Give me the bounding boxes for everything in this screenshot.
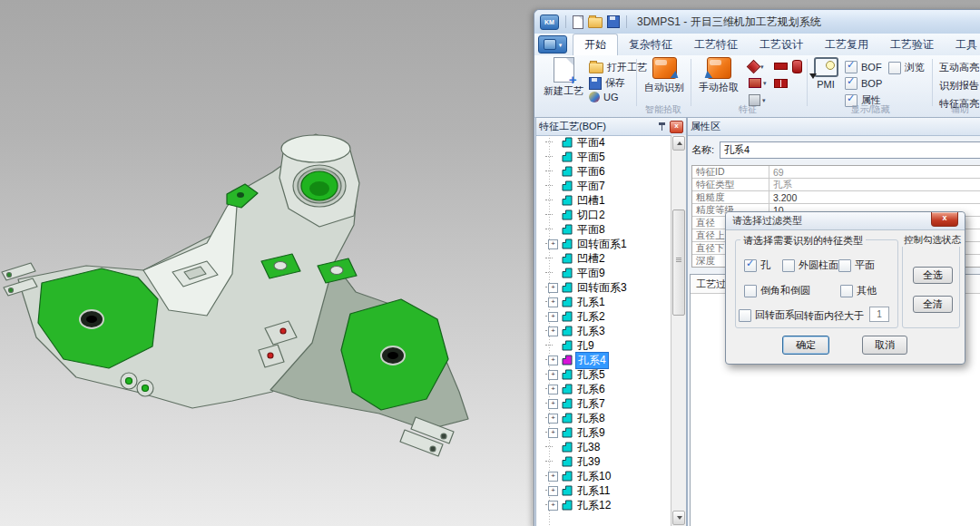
checkbox[interactable] — [739, 309, 751, 322]
tree-item[interactable]: +孔系6 — [536, 382, 671, 396]
revolve-face-checkbox[interactable]: 回转面系 — [739, 308, 795, 322]
recognition-report-button[interactable]: 识别报告 — [939, 79, 979, 93]
clear-all-button[interactable]: 全清 — [913, 296, 953, 313]
scroll-down-button[interactable] — [672, 511, 685, 525]
feature-hole-button[interactable]: ▾ — [749, 62, 764, 72]
pin-icon[interactable] — [658, 122, 666, 132]
tree-item[interactable]: +切口2 — [536, 208, 671, 222]
pmi-button[interactable]: PMI — [810, 57, 841, 90]
open-folder-icon[interactable] — [588, 17, 603, 28]
tree-scrollbar[interactable] — [671, 135, 686, 526]
tree-item[interactable]: +平面7 — [536, 179, 671, 193]
property-row[interactable]: 粗糙度3.200 — [692, 191, 980, 204]
feature-pair-button[interactable] — [774, 79, 788, 88]
expander-icon[interactable]: + — [548, 283, 558, 293]
tree-item[interactable]: +平面5 — [536, 150, 671, 164]
scroll-thumb[interactable] — [672, 209, 685, 316]
checkbox[interactable] — [845, 77, 858, 90]
expander-icon[interactable]: + — [548, 501, 558, 511]
checkbox[interactable] — [782, 259, 795, 272]
tree-item[interactable]: +凹槽2 — [536, 251, 671, 266]
checkbox[interactable] — [744, 259, 757, 272]
checkbox[interactable] — [838, 259, 851, 272]
checkbox[interactable] — [888, 62, 901, 74]
expander-icon[interactable]: + — [548, 486, 558, 496]
ok-button[interactable]: 确定 — [782, 336, 829, 355]
tab-4[interactable]: 工艺复用 — [814, 34, 879, 55]
expander-icon[interactable]: + — [548, 297, 558, 307]
dialog-close-button[interactable]: x — [931, 212, 958, 227]
cancel-button[interactable]: 取消 — [862, 336, 907, 355]
ug-button[interactable]: UG — [589, 92, 619, 102]
new-file-icon[interactable] — [573, 15, 583, 29]
tab-5[interactable]: 工艺验证 — [879, 34, 945, 55]
checkbox[interactable] — [845, 61, 858, 73]
expander-icon[interactable]: + — [548, 312, 558, 322]
tree-item[interactable]: +回转面系3 — [536, 280, 671, 295]
tree-item[interactable]: +孔系3 — [536, 324, 671, 338]
browse-checkbox[interactable]: 浏览 — [888, 61, 925, 74]
tree-item[interactable]: +凹槽1 — [536, 193, 671, 208]
tree-item[interactable]: +孔系11 — [536, 483, 671, 498]
feature-cylinder-button[interactable] — [792, 60, 802, 73]
application-menu-button[interactable]: ▾ — [538, 35, 567, 54]
tree-item[interactable]: +孔38 — [536, 440, 671, 454]
manual-pick-button[interactable]: 手动拾取 — [694, 57, 743, 94]
interactive-highlight-button[interactable]: 互动高亮 — [939, 61, 979, 74]
tree-item[interactable]: +孔系1 — [536, 295, 671, 309]
new-process-button[interactable]: 新建工艺 — [540, 57, 587, 98]
tree-item[interactable]: +孔系10 — [536, 469, 671, 483]
expander-icon[interactable]: + — [548, 385, 558, 394]
bop-checkbox[interactable]: BOP — [845, 77, 882, 90]
plane-checkbox[interactable]: 平面 — [838, 258, 875, 272]
save-button[interactable]: 保存 — [589, 76, 625, 90]
tree-item[interactable]: +平面4 — [536, 135, 671, 150]
tree-item[interactable]: +孔系9 — [536, 425, 671, 440]
tab-1[interactable]: 复杂特征 — [618, 34, 683, 55]
tree-item[interactable]: +平面9 — [536, 266, 671, 280]
expander-icon[interactable]: + — [548, 356, 558, 365]
bof-checkbox[interactable]: BOF — [845, 61, 882, 73]
name-field[interactable]: 孔系4 — [720, 141, 980, 159]
property-row[interactable]: 特征类型孔系 — [692, 179, 980, 191]
hole-checkbox[interactable]: 孔 — [744, 258, 770, 272]
tab-2[interactable]: 工艺特征 — [683, 34, 749, 55]
tree-item[interactable]: +孔系12 — [536, 498, 671, 512]
outer-cylinder-checkbox[interactable]: 外圆柱面 — [782, 258, 838, 272]
tree-item[interactable]: +孔系5 — [536, 367, 671, 382]
expander-icon[interactable]: + — [548, 239, 558, 249]
scroll-up-button[interactable] — [672, 136, 685, 151]
expander-icon[interactable]: + — [548, 370, 558, 380]
expander-icon[interactable]: + — [548, 472, 558, 482]
tab-6[interactable]: 工具 — [945, 34, 980, 55]
close-icon[interactable]: x — [670, 121, 683, 133]
tree-item[interactable]: +孔系8 — [536, 411, 671, 425]
dialog-titlebar[interactable]: 请选择过滤类型 — [726, 212, 965, 230]
expander-icon[interactable]: + — [548, 414, 558, 424]
chamfer-fillet-checkbox[interactable]: 倒角和倒圆 — [744, 284, 810, 297]
expander-icon[interactable]: + — [548, 399, 558, 409]
save-icon[interactable] — [607, 15, 620, 28]
checkbox[interactable] — [840, 285, 853, 297]
tree-item[interactable]: +孔系7 — [536, 396, 671, 411]
tree-item[interactable]: +孔系2 — [536, 309, 671, 324]
tree-item[interactable]: +孔39 — [536, 454, 671, 469]
tab-3[interactable]: 工艺设计 — [749, 34, 814, 55]
auto-recognize-button[interactable]: 自动识别 — [640, 57, 689, 94]
tree-item[interactable]: +平面8 — [536, 222, 671, 237]
other-checkbox[interactable]: 其他 — [840, 284, 877, 297]
expander-icon[interactable]: + — [548, 428, 558, 438]
feature-slot-button[interactable] — [774, 63, 788, 70]
tree-item[interactable]: +回转面系1 — [536, 237, 671, 251]
radius-input[interactable]: 1 — [869, 307, 889, 322]
tab-0[interactable]: 开始 — [573, 34, 618, 55]
checkbox[interactable] — [744, 285, 757, 297]
expander-icon[interactable]: + — [548, 326, 558, 336]
feature-pocket-button[interactable]: ▾ — [749, 78, 767, 88]
select-all-button[interactable]: 全选 — [913, 267, 953, 284]
open-process-button[interactable]: 打开工艺 — [589, 61, 647, 74]
tree-item[interactable]: +孔系4 — [536, 353, 671, 367]
tree-item[interactable]: +平面6 — [536, 164, 671, 179]
cad-viewport[interactable] — [0, 0, 534, 526]
property-row[interactable]: 特征ID69 — [692, 166, 980, 179]
